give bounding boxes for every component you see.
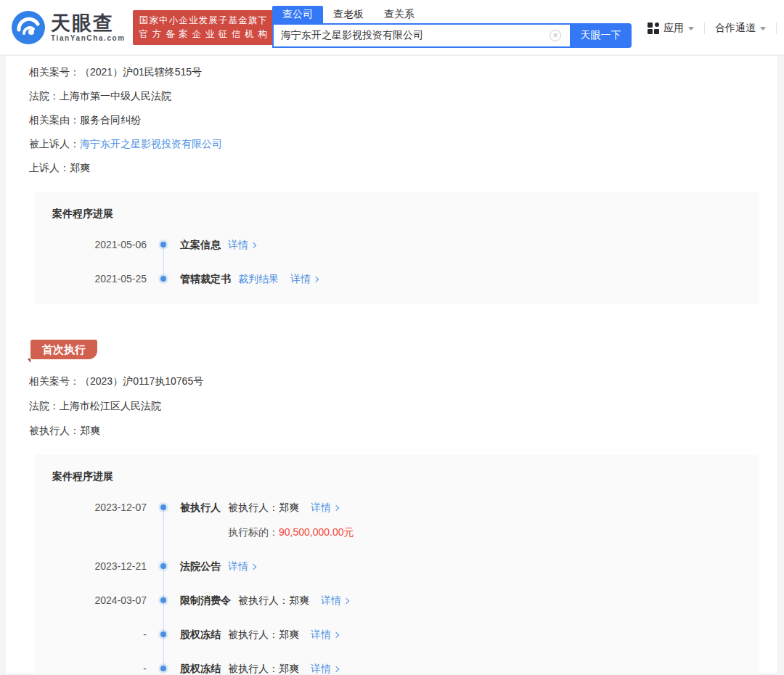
chevron-right-icon [250, 563, 256, 569]
section-badge-first-execution: 首次执行 [30, 340, 97, 359]
field-executee: 被执行人：郑爽 [29, 423, 777, 438]
tab-search-boss[interactable]: 查老板 [323, 6, 374, 23]
timeline-event-person: 被执行人：郑爽 [228, 627, 299, 642]
timeline-row: 2024-03-07 限制消费令 被执行人：郑爽 详情 [52, 593, 759, 608]
detail-link[interactable]: 详情 [321, 593, 348, 608]
field-appellant: 上诉人：郑爽 [29, 160, 777, 176]
chevron-right-icon [333, 666, 339, 671]
company-link[interactable]: 海宁东开之星影视投资有限公司 [80, 138, 222, 150]
field-appellee: 被上诉人：海宁东开之星影视投资有限公司 [29, 136, 777, 152]
nav-apps[interactable]: 应用 [637, 22, 704, 35]
timeline-event-title: 立案信息 [180, 237, 221, 253]
timeline-row: 2023-12-07 被执行人 被执行人：郑爽 详情 执行标的：90,500,0… [52, 500, 759, 540]
field-case-number: 相关案号：（2023）沪0117执10765号 [29, 374, 777, 389]
timeline-event-title: 被执行人 [180, 500, 221, 515]
clear-search-icon[interactable]: × [550, 30, 561, 41]
timeline-row: - 股权冻结 被执行人：郑爽 详情 [52, 627, 759, 642]
timeline-event-title: 法院公告 [180, 559, 221, 574]
timeline-event-person: 被执行人：郑爽 [228, 661, 299, 674]
progress-title: 案件程序进展 [52, 469, 759, 484]
nav-apps-label: 应用 [663, 22, 684, 35]
timeline-row: 2023-12-21 法院公告 详情 [52, 559, 759, 574]
execution-target: 执行标的：90,500,000.00元 [228, 525, 354, 540]
field-case-number: 相关案号：（2021）沪01民辖终515号 [29, 65, 777, 80]
execution-amount: 90,500,000.00元 [279, 526, 354, 538]
timeline-date: 2023-12-21 [52, 559, 147, 574]
certification-badge-line1: 国家中小企业发展子基金旗下 [139, 14, 267, 28]
detail-link[interactable]: 详情 [311, 661, 338, 674]
timeline-dot-icon [160, 276, 166, 282]
tianyancha-logo[interactable]: 天眼查 TianYanCha.com [12, 11, 126, 44]
detail-link[interactable]: 详情 [228, 237, 256, 253]
timeline-event-title: 股权冻结 [180, 661, 221, 674]
apps-grid-icon [648, 22, 659, 34]
timeline-date: 2023-12-07 [52, 500, 147, 540]
tab-search-company[interactable]: 查公司 [272, 6, 323, 23]
timeline-event-title: 管辖裁定书 [180, 271, 231, 287]
logo-subtitle: TianYanCha.com [51, 34, 126, 42]
field-court: 法院：上海市第一中级人民法院 [29, 89, 777, 104]
search-button[interactable]: 天眼一下 [570, 23, 632, 48]
timeline-date: 2024-03-07 [52, 593, 147, 608]
nav-cooperation[interactable]: 合作通道 [705, 22, 776, 35]
detail-link[interactable]: 详情 [311, 627, 338, 642]
search-input[interactable] [272, 23, 570, 48]
certification-badge-line2: 官方备案企业征信机构 [139, 28, 267, 41]
chevron-down-icon [688, 27, 694, 30]
logo-title: 天眼查 [51, 13, 126, 33]
timeline-event-title: 股权冻结 [180, 627, 221, 642]
case1-progress-box: 案件程序进展 2021-05-06 立案信息 详情 2021-05-25 管辖裁… [35, 192, 759, 304]
site-header: 天眼查 TianYanCha.com 国家中小企业发展子基金旗下 官方备案企业征… [0, 0, 784, 56]
timeline-event-person: 被执行人：郑爽 [238, 593, 309, 608]
timeline-date: - [52, 661, 147, 674]
case2-progress-box: 案件程序进展 2023-12-07 被执行人 被执行人：郑爽 详情 执行标的：9… [35, 454, 759, 674]
timeline-event-title: 限制消费令 [180, 593, 231, 608]
timeline-date: 2021-05-25 [52, 271, 147, 287]
tianyancha-logo-icon [12, 11, 45, 44]
timeline-event-person: 被执行人：郑爽 [228, 500, 299, 515]
nav-divider [776, 22, 777, 34]
case-detail-panel: 相关案号：（2021）沪01民辖终515号 法院：上海市第一中级人民法院 相关案… [6, 56, 777, 674]
timeline-date: 2021-05-06 [52, 237, 147, 253]
chevron-right-icon [333, 631, 339, 637]
detail-link[interactable]: 详情 [290, 271, 318, 287]
timeline-dot-icon [160, 504, 166, 510]
nav-cooperation-label: 合作通道 [715, 22, 756, 35]
detail-link[interactable]: 详情 [311, 500, 338, 515]
chevron-right-icon [343, 597, 349, 603]
timeline-dot-icon [160, 563, 166, 569]
case1-fields: 相关案号：（2021）沪01民辖终515号 法院：上海市第一中级人民法院 相关案… [29, 65, 777, 176]
search-area: 查公司 查老板 查关系 × 天眼一下 [272, 6, 635, 48]
header-nav: 应用 合作通道 [637, 22, 777, 35]
search-tabs: 查公司 查老板 查关系 [272, 6, 635, 23]
progress-title: 案件程序进展 [52, 206, 759, 221]
case2-fields: 相关案号：（2023）沪0117执10765号 法院：上海市松江区人民法院 被执… [29, 374, 777, 438]
timeline-row: 2021-05-25 管辖裁定书 裁判结果 详情 [52, 271, 759, 287]
timeline-dot-icon [160, 666, 166, 671]
timeline-dot-icon [160, 242, 166, 248]
chevron-right-icon [333, 504, 339, 510]
timeline-row: - 股权冻结 被执行人：郑爽 详情 [52, 661, 759, 674]
timeline-dot-icon [160, 597, 166, 603]
timeline-dot-icon [160, 631, 166, 637]
judgment-result-link[interactable]: 裁判结果 [238, 271, 279, 287]
chevron-right-icon [250, 242, 256, 248]
chevron-down-icon [760, 27, 766, 30]
timeline-date: - [52, 627, 147, 642]
detail-link[interactable]: 详情 [228, 559, 256, 574]
field-court: 法院：上海市松江区人民法院 [29, 398, 777, 414]
field-cause: 相关案由：服务合同纠纷 [29, 112, 777, 128]
chevron-right-icon [313, 276, 319, 282]
timeline-row: 2021-05-06 立案信息 详情 [52, 237, 759, 253]
certification-badge: 国家中小企业发展子基金旗下 官方备案企业征信机构 [133, 10, 274, 45]
tab-search-relation[interactable]: 查关系 [374, 6, 425, 23]
